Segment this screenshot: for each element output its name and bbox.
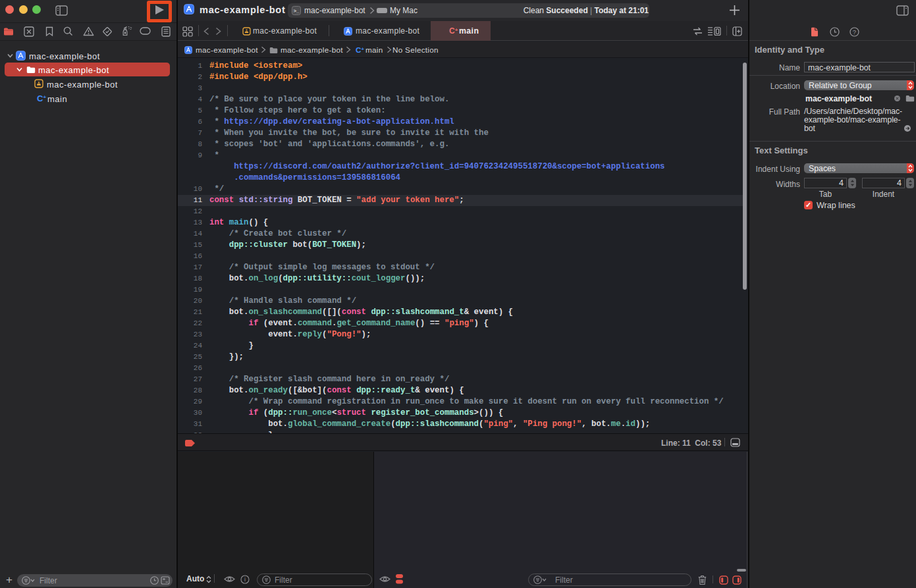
svg-text:i: i [244,576,246,583]
svg-text:?: ? [853,28,856,36]
